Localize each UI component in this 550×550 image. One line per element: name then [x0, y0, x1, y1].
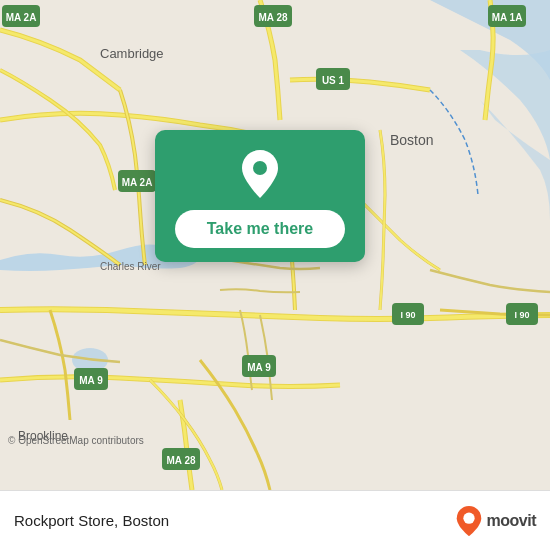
- svg-text:MA 2A: MA 2A: [6, 12, 37, 23]
- store-name: Rockport Store, Boston: [14, 512, 455, 529]
- svg-text:Boston: Boston: [390, 132, 434, 148]
- svg-text:MA 28: MA 28: [166, 455, 196, 466]
- take-me-there-button[interactable]: Take me there: [175, 210, 345, 248]
- svg-text:MA 2A: MA 2A: [122, 177, 153, 188]
- moovit-brand-text: moovit: [487, 512, 536, 530]
- action-card: Take me there: [155, 130, 365, 262]
- svg-text:I 90: I 90: [514, 310, 529, 320]
- map-attribution: © OpenStreetMap contributors: [8, 435, 144, 446]
- svg-point-27: [253, 161, 267, 175]
- svg-text:I 90: I 90: [400, 310, 415, 320]
- svg-point-28: [463, 512, 474, 523]
- svg-text:MA 9: MA 9: [247, 362, 271, 373]
- svg-text:MA 9: MA 9: [79, 375, 103, 386]
- svg-text:US 1: US 1: [322, 75, 345, 86]
- svg-text:Cambridge: Cambridge: [100, 46, 164, 61]
- map-container: MA 2A MA 28 US 1 MA 1A MA 2A I 90 I 90 M…: [0, 0, 550, 490]
- svg-text:Charles River: Charles River: [100, 261, 161, 272]
- moovit-logo: moovit: [455, 505, 536, 537]
- svg-text:MA 28: MA 28: [258, 12, 288, 23]
- location-pin-icon: [238, 148, 282, 200]
- svg-text:MA 1A: MA 1A: [492, 12, 523, 23]
- moovit-pin-icon: [455, 505, 483, 537]
- bottom-bar: Rockport Store, Boston moovit: [0, 490, 550, 550]
